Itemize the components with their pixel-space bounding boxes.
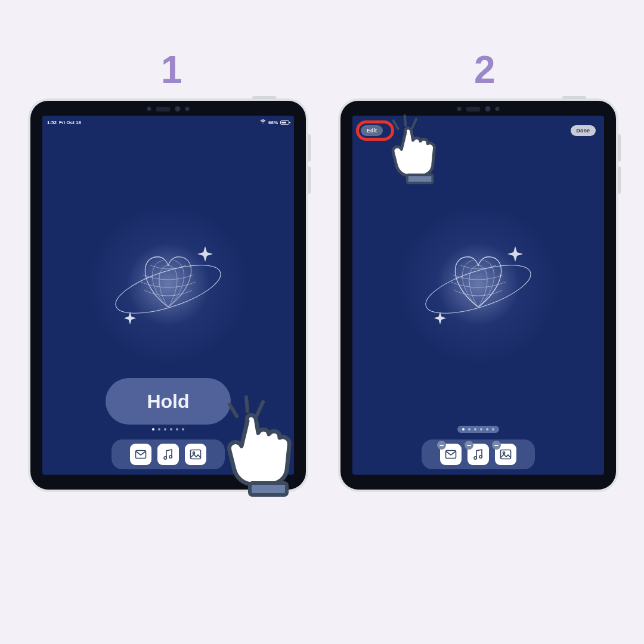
page-dot [492,428,494,431]
svg-point-3 [164,457,166,459]
mail-icon [130,444,151,465]
svg-rect-5 [191,450,201,459]
ipad-bezel: Edit Done [340,101,616,490]
status-bar: 1:52 Fri Oct 18 66% [47,119,289,125]
dock-app-photos[interactable] [185,444,206,465]
battery-icon [280,120,289,125]
sensor-dot [147,107,151,111]
page-indicator[interactable] [147,426,189,433]
sensor-dot [185,107,190,111]
camera-dot [485,106,491,112]
sensor-dot [457,107,462,111]
page-indicator[interactable] [457,426,499,433]
dock-app-photos[interactable] [495,444,516,465]
status-time: 1:52 [47,120,57,125]
remove-badge-icon[interactable] [465,441,473,450]
speaker-pill [466,107,481,112]
music-icon [157,444,179,465]
dock-app-music[interactable] [467,444,489,465]
svg-rect-11 [501,450,511,459]
done-button[interactable]: Done [571,125,596,136]
dock [112,439,225,469]
edit-button-label: Edit [367,128,377,134]
page-dot [462,428,465,431]
page-dot [486,428,488,431]
dock-app-mail[interactable] [130,444,151,465]
ipad-step-2: Edit Done [338,98,618,492]
remove-badge-icon[interactable] [437,441,446,450]
page-dot [468,428,470,431]
svg-point-10 [479,456,482,458]
page-dot [170,428,172,431]
camera-cluster [147,106,190,112]
ipad-bezel: 1:52 Fri Oct 18 66% [30,101,306,490]
step-number-1: 1 [161,48,182,92]
wallpaper-heart-graphic [103,219,234,350]
page-dot [152,428,154,431]
camera-cluster [457,106,500,112]
page-dot [182,428,184,431]
dock [422,439,535,469]
svg-point-9 [474,457,476,459]
side-volume-button [618,166,621,194]
hold-instruction-pill: Hold [106,378,231,425]
ipad-screen[interactable]: Edit Done [352,116,604,475]
page-dot [480,428,482,431]
page-dot [474,428,476,431]
svg-point-4 [169,456,172,458]
svg-point-12 [503,452,504,454]
remove-badge-icon[interactable] [492,441,501,450]
ipad-step-1: 1:52 Fri Oct 18 66% [28,98,308,492]
ipad-screen[interactable]: 1:52 Fri Oct 18 66% [42,116,294,475]
battery-pct: 66% [268,120,278,125]
dock-app-music[interactable] [157,444,179,465]
status-date: Fri Oct 18 [59,120,81,125]
sensor-dot [496,107,500,111]
svg-point-6 [193,452,194,454]
wallpaper-heart-graphic [413,219,544,350]
camera-dot [175,106,181,112]
page-dot [158,428,160,431]
svg-point-0 [262,123,264,124]
step-number-2: 2 [474,48,496,92]
dock-app-mail[interactable] [440,444,462,465]
page-dot [164,428,166,431]
hold-label: Hold [147,391,189,413]
photos-icon [185,444,206,465]
wifi-icon [260,119,266,125]
speaker-pill [156,107,171,112]
side-volume-button [308,166,311,194]
done-button-label: Done [577,128,590,134]
page-dot [176,428,178,431]
edit-button[interactable]: Edit [361,125,383,136]
